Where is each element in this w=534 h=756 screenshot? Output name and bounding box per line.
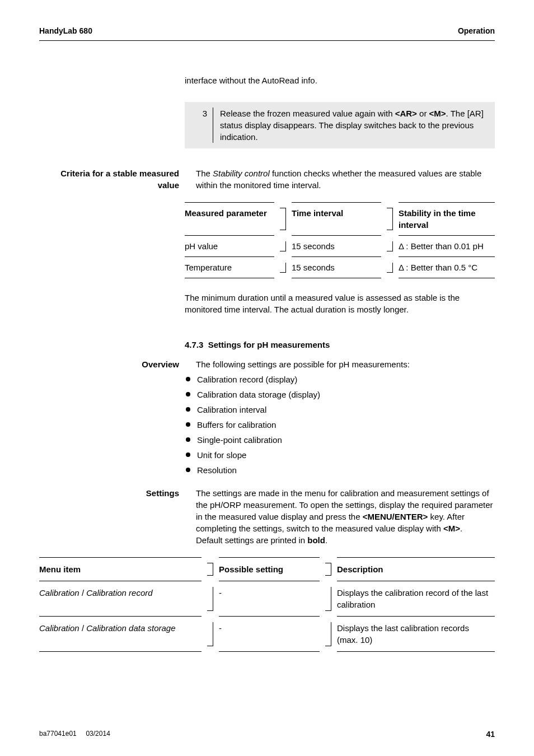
page-number: 41 [486, 729, 495, 740]
list-item: Unit for slope [185, 449, 495, 461]
table-row: pH value 15 seconds Δ : Better than 0.01… [185, 236, 495, 257]
menu-table: Menu item Possible setting Description C… [39, 557, 495, 652]
list-item: Buffers for calibration [185, 419, 495, 431]
list-item: Calibration data storage (display) [185, 389, 495, 400]
intro-text: interface without the AutoRead info. [185, 74, 495, 86]
overview-intro: The following settings are possible for … [196, 358, 495, 370]
overview-label: Overview [39, 358, 196, 370]
overview-list: Calibration record (display) Calibration… [185, 374, 495, 476]
th-interval: Time interval [292, 202, 381, 236]
settings-block: Settings The settings are made in the me… [39, 487, 495, 546]
table-header-row: Measured parameter Time interval Stabili… [185, 202, 495, 236]
key-menu-enter: <MENU/ENTER> [363, 512, 428, 521]
step-box: 3 Release the frozen measured value agai… [185, 102, 495, 148]
table-row: Temperature 15 seconds Δ : Better than 0… [185, 257, 495, 278]
criteria-body: The Stability control function checks wh… [196, 167, 495, 191]
running-header: HandyLab 680 Operation [39, 26, 495, 41]
key-ar: <AR> [395, 109, 417, 118]
key-m: <M> [429, 109, 446, 118]
stability-table: Measured parameter Time interval Stabili… [185, 202, 495, 278]
criteria-block: Criteria for a stable measured value The… [39, 167, 495, 191]
th-measured: Measured parameter [185, 202, 274, 236]
overview-block: Overview The following settings are poss… [39, 358, 495, 370]
th-stability: Stability in the time interval [399, 202, 495, 236]
settings-body: The settings are made in the menu for ca… [196, 487, 495, 546]
list-item: Resolution [185, 464, 495, 476]
criteria-label: Criteria for a stable measured value [39, 167, 196, 191]
footer: ba77041e01 03/2014 41 [39, 729, 495, 740]
menu-row: Calibration / Calibration data storage -… [39, 617, 495, 652]
header-left: HandyLab 680 [39, 26, 92, 37]
header-right: Operation [458, 26, 495, 37]
menu-table-header: Menu item Possible setting Description [39, 557, 495, 581]
settings-label: Settings [39, 487, 196, 546]
menu-row: Calibration / Calibration record - Displ… [39, 581, 495, 617]
list-item: Single-point calibration [185, 434, 495, 446]
list-item: Calibration record (display) [185, 374, 495, 385]
section-heading: 4.7.3 Settings for pH measurements [185, 339, 495, 351]
page: HandyLab 680 Operation interface without… [0, 0, 534, 756]
footer-left: ba77041e01 03/2014 [39, 729, 110, 740]
step-number: 3 [190, 108, 213, 143]
key-m: <M> [443, 524, 460, 533]
after-table-note: The minimum duration until a measured va… [185, 292, 495, 315]
list-item: Calibration interval [185, 404, 495, 416]
step-text: Release the frozen measured value again … [213, 108, 487, 143]
